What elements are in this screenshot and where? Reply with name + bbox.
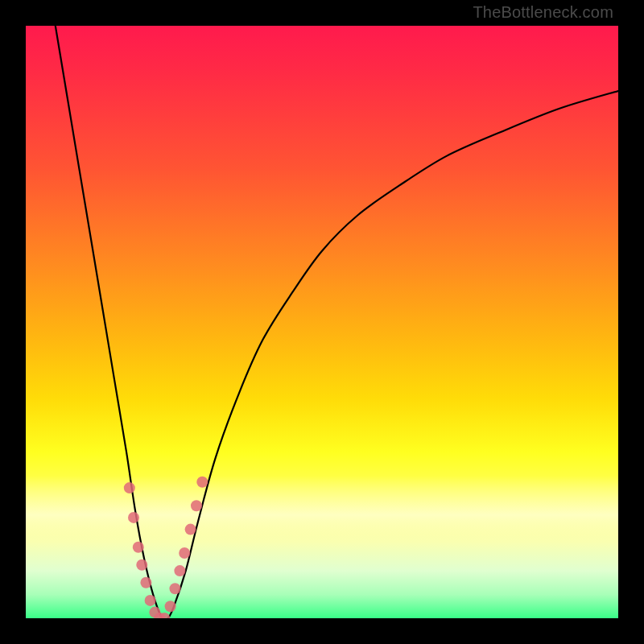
- bottleneck-curve-path: [56, 26, 618, 618]
- highlight-marker: [128, 512, 139, 523]
- highlight-marker: [145, 595, 156, 606]
- highlight-marker: [140, 577, 151, 588]
- highlight-marker: [174, 565, 185, 576]
- highlight-marker: [124, 482, 135, 493]
- highlight-marker: [179, 547, 190, 559]
- highlight-marker: [170, 583, 181, 594]
- highlight-marker: [165, 601, 176, 612]
- curve-layer: [26, 26, 618, 618]
- bottleneck-curve: [56, 26, 618, 618]
- chart-frame: TheBottleneck.com: [0, 0, 644, 644]
- highlight-marker: [185, 524, 196, 535]
- plot-area: [26, 26, 618, 618]
- watermark-text: TheBottleneck.com: [473, 3, 613, 22]
- highlight-marker: [136, 559, 147, 571]
- highlight-marker: [191, 500, 202, 511]
- highlight-marker: [133, 542, 144, 553]
- highlighted-points: [124, 477, 208, 618]
- highlight-marker: [196, 477, 208, 488]
